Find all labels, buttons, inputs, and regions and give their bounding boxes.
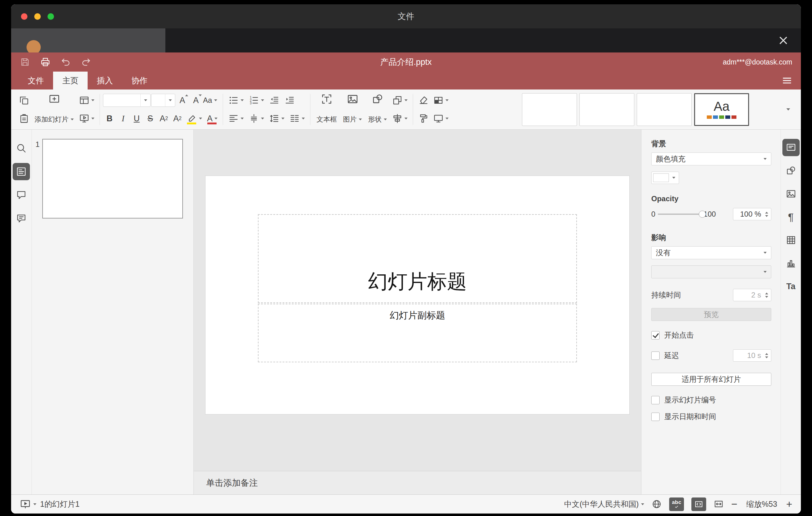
theme-slot-selected[interactable]: Aa (694, 93, 749, 126)
zoom-out-button[interactable]: − (731, 498, 737, 510)
save-button[interactable] (20, 57, 30, 67)
slide-surface[interactable]: 幻灯片标题 幻灯片副标题 (205, 176, 629, 414)
tab-home[interactable]: 主页 (53, 71, 88, 89)
preview-slideshow-button[interactable] (77, 111, 96, 125)
notes-input[interactable]: 单击添加备注 (194, 471, 641, 494)
show-slide-number-checkbox[interactable] (651, 396, 660, 404)
paste-button[interactable] (17, 111, 31, 125)
chart-settings-button[interactable] (782, 255, 800, 272)
tab-insert[interactable]: 插入 (88, 71, 122, 89)
font-name-select[interactable] (103, 94, 150, 107)
tab-collaboration[interactable]: 协作 (122, 71, 157, 89)
decrease-font-button[interactable]: A (190, 93, 202, 107)
theme-slot[interactable] (637, 93, 692, 126)
start-slideshow-button[interactable] (20, 499, 36, 510)
line-spacing-button[interactable] (267, 111, 287, 125)
undo-button[interactable] (60, 57, 71, 67)
strikethrough-button[interactable]: S (144, 111, 157, 125)
align-left-icon (228, 113, 239, 124)
opacity-slider-knob[interactable] (699, 211, 706, 218)
decrease-indent-button[interactable] (267, 93, 282, 107)
zoom-window-button[interactable] (48, 13, 54, 20)
copy-style-button[interactable] (416, 111, 431, 125)
spinner-arrows[interactable] (763, 292, 771, 298)
vertical-align-button[interactable] (246, 111, 266, 125)
duration-spinbox[interactable]: 2 s (733, 289, 771, 301)
insert-image-button[interactable]: 图片 (340, 93, 365, 126)
theme-slot[interactable] (579, 93, 634, 126)
font-color-button[interactable]: A (205, 111, 220, 125)
fit-to-width-button[interactable] (714, 499, 724, 509)
increase-indent-button[interactable] (282, 93, 297, 107)
close-window-button[interactable] (21, 13, 27, 20)
subscript-button[interactable]: A2 (171, 111, 184, 125)
change-layout-button[interactable] (77, 93, 96, 107)
add-slide-button[interactable]: 添加幻灯片 (31, 93, 77, 126)
copy-button[interactable] (17, 93, 31, 107)
theme-slot[interactable] (522, 93, 577, 126)
bullets-button[interactable] (226, 93, 246, 107)
horizontal-align-button[interactable] (226, 111, 246, 125)
slide-settings-button[interactable] (782, 139, 800, 156)
table-settings-button[interactable] (782, 231, 800, 249)
opacity-slider[interactable] (658, 213, 703, 215)
slide-canvas[interactable]: 幻灯片标题 幻灯片副标题 (194, 130, 641, 471)
view-settings-button[interactable] (782, 71, 792, 89)
feedback-panel-button[interactable] (13, 210, 30, 227)
close-editor-button[interactable] (776, 33, 790, 48)
highlight-color-button[interactable] (184, 111, 204, 125)
redo-button[interactable] (81, 57, 91, 67)
slide-title-placeholder[interactable]: 幻灯片标题 (258, 214, 577, 303)
document-language-button[interactable] (651, 499, 662, 509)
slide-subtitle-placeholder[interactable]: 幻灯片副标题 (258, 304, 577, 362)
arrange-shapes-button[interactable] (390, 93, 410, 107)
slides-panel-button[interactable] (13, 163, 30, 180)
align-shapes-button[interactable] (390, 111, 410, 125)
arrange-group (390, 93, 410, 126)
language-select[interactable]: 中文(中华人民共和国) (564, 499, 644, 509)
insert-shape-button[interactable]: 形状 (365, 93, 390, 126)
spinner-arrows[interactable] (763, 353, 771, 358)
print-button[interactable] (40, 57, 51, 67)
minimize-window-button[interactable] (34, 13, 41, 20)
effect-select[interactable]: 没有 (651, 246, 771, 259)
preview-button[interactable]: 预览 (651, 308, 771, 321)
color-scheme-button[interactable] (431, 93, 451, 107)
change-case-button[interactable]: Aa (203, 93, 217, 107)
superscript-button[interactable]: A2 (157, 111, 170, 125)
background-color-picker[interactable] (651, 172, 679, 184)
theme-gallery-expand-button[interactable] (781, 93, 795, 126)
tab-file[interactable]: 文件 (19, 71, 53, 89)
insert-textbox-button[interactable]: 文本框 (314, 93, 340, 126)
spellcheck-toggle-button[interactable]: abc (669, 497, 684, 511)
bold-button[interactable]: B (103, 111, 116, 125)
textart-settings-button[interactable]: Ta (782, 278, 800, 295)
italic-button[interactable]: I (117, 111, 129, 125)
effect-type-select[interactable] (651, 265, 771, 278)
delay-checkbox[interactable] (651, 351, 660, 360)
underline-button[interactable]: U (130, 111, 143, 125)
image-settings-button[interactable] (782, 185, 800, 202)
background-fill-select[interactable]: 颜色填充 (651, 152, 771, 165)
apply-to-all-slides-button[interactable]: 适用于所有幻灯片 (651, 373, 771, 386)
fit-to-slide-button[interactable] (691, 497, 706, 511)
font-size-select[interactable] (151, 94, 175, 107)
opacity-spinbox[interactable]: 100 % (733, 208, 771, 220)
shape-settings-button[interactable] (782, 162, 800, 179)
slide-size-button[interactable] (431, 111, 451, 125)
slide-thumbnail[interactable] (42, 139, 183, 219)
undo-icon (60, 57, 71, 67)
columns-button[interactable] (287, 111, 307, 125)
clear-style-button[interactable] (416, 93, 431, 107)
search-panel-button[interactable] (13, 140, 30, 157)
chevron-down-icon (759, 158, 771, 160)
start-on-click-checkbox[interactable] (651, 331, 660, 340)
increase-font-button[interactable]: A (176, 93, 189, 107)
delay-spinbox[interactable]: 10 s (733, 349, 771, 362)
spinner-arrows[interactable] (763, 212, 771, 217)
show-date-checkbox[interactable] (651, 412, 660, 421)
comments-panel-button[interactable] (13, 187, 30, 204)
paragraph-settings-button[interactable]: ¶ (782, 208, 800, 226)
zoom-in-button[interactable]: + (786, 498, 792, 510)
numbering-button[interactable]: 123 (246, 93, 266, 107)
